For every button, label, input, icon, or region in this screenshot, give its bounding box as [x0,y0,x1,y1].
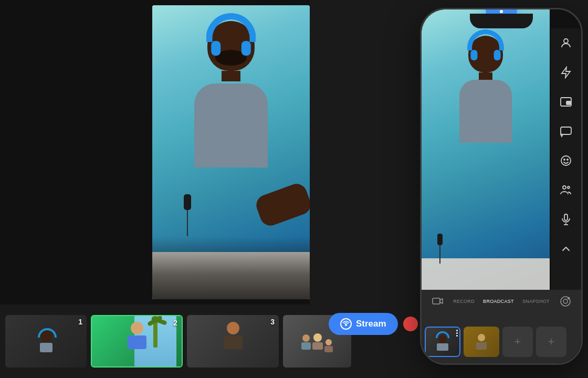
svg-point-13 [500,10,503,13]
phone-scene-2[interactable] [464,327,499,357]
people-icon [560,184,572,196]
svg-point-1 [564,39,568,43]
chevron-up-icon [560,243,572,255]
mic-icon [560,213,572,226]
phone-add-scene-2[interactable]: + [536,327,566,357]
svg-point-17 [568,298,569,299]
bolt-icon [560,66,572,79]
camera-switch-icon [560,296,571,307]
phone-icon-people[interactable] [556,181,575,200]
phone-icon-pip[interactable] [556,92,575,111]
svg-rect-10 [564,214,568,220]
phone-bottom-bar: RECORD BROADCAST SNAPSHOT [422,290,581,363]
phone-video [422,9,550,290]
phone-icon-chevron[interactable] [556,239,575,258]
svg-rect-3 [566,101,571,104]
phone-add-scene-1[interactable]: + [502,327,533,357]
svg-rect-4 [561,127,571,134]
phone-scene-1[interactable] [425,327,460,357]
phone-mockup: RECORD BROADCAST SNAPSHOT [420,8,583,365]
phone-icon-face[interactable] [556,151,575,170]
svg-point-7 [567,159,568,160]
stream-icon [340,318,352,330]
scene-thumb-2[interactable]: 2 [91,315,183,368]
svg-point-9 [568,186,570,188]
tab-record[interactable]: RECORD [453,299,475,304]
tab-snapshot[interactable]: SNAPSHOT [522,299,550,304]
stream-button[interactable]: Stream [329,313,398,335]
stream-label: Stream [356,319,386,329]
phone-sidebar [551,28,581,309]
record-button[interactable] [403,317,418,331]
message-icon [560,125,572,138]
svg-point-0 [345,324,347,326]
person-icon [560,37,572,49]
main-video-area [0,0,410,304]
tab-broadcast[interactable]: BROADCAST [483,299,514,304]
phone-icon-camera-left[interactable] [430,294,445,309]
pip-icon [560,96,572,108]
svg-point-16 [563,299,568,303]
scene-1-menu[interactable] [456,330,458,337]
phone-icon-camera-right[interactable] [558,294,573,309]
stream-controls: Stream [329,313,418,335]
face-icon [560,154,572,167]
camera-icon [432,296,443,307]
scene-thumb-3[interactable]: 3 [187,315,279,368]
main-video [152,5,310,299]
svg-point-6 [564,159,565,160]
svg-rect-14 [433,298,440,304]
phone-icon-mic[interactable] [556,210,575,229]
phone-notch [470,14,533,28]
svg-point-8 [563,186,566,189]
app-container: 1 2 [0,0,588,378]
phone-icon-person[interactable] [556,34,575,52]
scene-thumb-1[interactable]: 1 [5,315,87,368]
add-icon-2: + [548,335,555,349]
add-icon-1: + [514,335,521,349]
phone-icon-bolt[interactable] [556,63,575,82]
svg-point-5 [561,156,571,165]
broadcast-icon [342,320,350,328]
phone-icon-message[interactable] [556,122,575,141]
